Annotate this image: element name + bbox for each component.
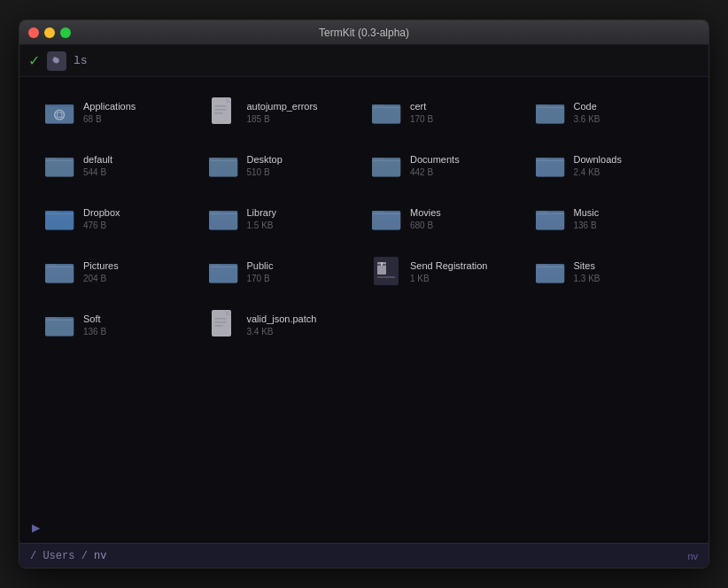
- statusbar-user: nv: [687, 551, 698, 561]
- file-name: valid_json.patch: [247, 313, 317, 325]
- svg-rect-13: [536, 106, 564, 124]
- list-item[interactable]: Soft136 B: [37, 298, 201, 352]
- file-info: Desktop510 B: [247, 153, 283, 177]
- folder-pics-icon: [44, 256, 76, 288]
- window-controls: [28, 27, 71, 38]
- svg-rect-33: [45, 213, 74, 230]
- file-info: Downloads2.4 KB: [574, 153, 622, 177]
- folder-icon: [371, 150, 403, 182]
- path-nv: nv: [94, 550, 106, 562]
- folder-app-icon: [44, 97, 76, 128]
- list-item[interactable]: Music136 B: [528, 192, 692, 245]
- check-icon: ✓: [28, 52, 40, 69]
- svg-rect-63: [536, 267, 562, 267]
- folder-dl-icon: [535, 150, 567, 182]
- svg-rect-71: [214, 325, 223, 327]
- svg-rect-18: [46, 160, 73, 161]
- list-item[interactable]: Applications68 B: [37, 86, 201, 139]
- prompt-arrow: ▶: [32, 522, 40, 534]
- path-separator: /: [81, 550, 94, 562]
- svg-rect-66: [45, 319, 74, 337]
- file-size: 680 B: [410, 220, 441, 231]
- file-name: Soft: [83, 313, 106, 325]
- list-item[interactable]: Downloads2.4 KB: [528, 139, 692, 192]
- svg-rect-37: [209, 213, 237, 230]
- svg-rect-69: [214, 318, 227, 320]
- svg-rect-45: [536, 213, 564, 230]
- file-info: Applications68 B: [83, 100, 136, 124]
- file-name: Code: [574, 100, 600, 112]
- file-info: Code3.6 KB: [574, 100, 600, 124]
- list-item[interactable]: autojump_errors185 B: [201, 86, 365, 139]
- file-size: 1.3 KB: [574, 273, 600, 284]
- file-size: 544 B: [83, 166, 112, 178]
- command-text: ls: [74, 54, 88, 67]
- folder-sites-icon: [535, 256, 567, 288]
- file-size: 1 KB: [410, 273, 487, 284]
- close-button[interactable]: [28, 27, 39, 38]
- svg-rect-67: [46, 320, 73, 321]
- settings-button[interactable]: [47, 51, 66, 71]
- svg-rect-42: [373, 213, 399, 214]
- path-display: / Users / nv: [30, 550, 106, 562]
- maximize-button[interactable]: [60, 27, 71, 38]
- list-item[interactable]: Movies680 B: [364, 192, 528, 245]
- file-info: Public170 B: [247, 259, 274, 283]
- statusbar: / Users / nv nv: [19, 543, 709, 568]
- list-item[interactable]: Public170 B: [201, 245, 365, 298]
- file-name: Downloads: [574, 153, 622, 166]
- file-info: autojump_errors185 B: [247, 100, 318, 124]
- file-info: Pictures204 B: [83, 259, 119, 283]
- folder-icon: [535, 97, 567, 128]
- file-name: Public: [247, 259, 274, 272]
- file-name: Dropbox: [83, 206, 120, 219]
- svg-rect-53: [209, 266, 237, 283]
- file-size: 1.5 KB: [247, 220, 277, 231]
- svg-rect-46: [536, 213, 562, 214]
- list-item[interactable]: Pictures204 B: [37, 245, 201, 298]
- titlebar: TermKit (0.3-alpha): [19, 20, 709, 45]
- folder-icon: [371, 97, 403, 128]
- prompt-area: ▶: [19, 513, 709, 543]
- list-item[interactable]: valid_json.patch3.4 KB: [201, 298, 365, 352]
- toolbar: ✓ ls: [19, 45, 709, 77]
- folder-lib-icon: [208, 203, 240, 235]
- minimize-button[interactable]: [44, 27, 55, 38]
- svg-rect-54: [209, 267, 236, 267]
- file-size: 136 B: [83, 326, 106, 337]
- file-size: 3.4 KB: [247, 326, 317, 337]
- file-size: 68 B: [83, 113, 136, 125]
- file-name: Desktop: [247, 153, 283, 166]
- list-item[interactable]: Send Registration1 KB: [364, 245, 528, 298]
- terminal-window: TermKit (0.3-alpha) ✓ ls Applications68 …: [19, 19, 709, 569]
- list-item[interactable]: Library1.5 KB: [201, 192, 365, 245]
- svg-rect-14: [536, 107, 562, 108]
- list-item[interactable]: default544 B: [37, 139, 201, 192]
- file-name: cert: [410, 100, 433, 112]
- file-size: 170 B: [247, 273, 274, 284]
- file-name: Sites: [574, 259, 600, 272]
- svg-rect-25: [372, 159, 400, 177]
- svg-rect-22: [209, 160, 236, 161]
- file-name: Pictures: [83, 259, 119, 272]
- file-name: Applications: [83, 100, 136, 112]
- file-grid: Applications68 B autojump_errors185 B ce…: [19, 77, 709, 513]
- folder-icon: [208, 150, 240, 182]
- svg-rect-58: [381, 262, 383, 266]
- file-info: Documents442 B: [410, 153, 460, 177]
- file-size: 510 B: [247, 166, 283, 178]
- folder-icon: [44, 150, 76, 182]
- list-item[interactable]: Desktop510 B: [201, 139, 365, 192]
- file-size: 2.4 KB: [574, 166, 622, 178]
- file-info: Library1.5 KB: [247, 206, 277, 230]
- list-item[interactable]: Code3.6 KB: [528, 86, 692, 139]
- list-item[interactable]: cert170 B: [364, 86, 528, 139]
- svg-rect-49: [45, 266, 74, 283]
- file-name: Documents: [410, 153, 460, 166]
- file-size: 170 B: [410, 113, 433, 125]
- file-info: Soft136 B: [83, 313, 106, 337]
- list-item[interactable]: Documents442 B: [364, 139, 528, 192]
- list-item[interactable]: Dropbox476 B: [37, 192, 201, 245]
- file-name: Library: [247, 206, 277, 219]
- list-item[interactable]: Sites1.3 KB: [528, 245, 692, 298]
